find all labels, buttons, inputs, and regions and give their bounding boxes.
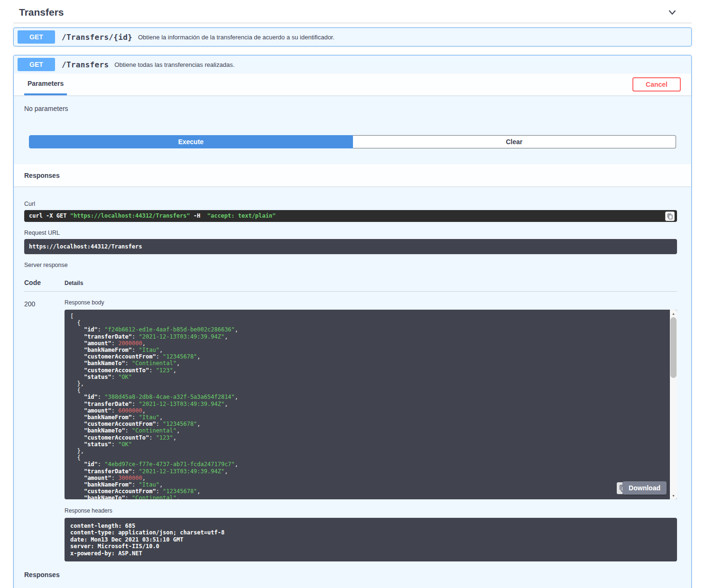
curl-label: Curl <box>24 201 677 207</box>
tab-parameters[interactable]: Parameters <box>24 74 67 95</box>
chevron-down-icon <box>667 7 677 18</box>
scrollbar-thumb[interactable] <box>670 317 677 378</box>
server-response-table-header: Code Details <box>24 271 677 292</box>
responses-footer-title: Responses <box>24 571 677 579</box>
clipboard-icon <box>667 213 673 220</box>
responses-footer-header: Code Description Links <box>24 579 677 588</box>
endpoint-path: /Transfers/{id} <box>55 33 138 42</box>
request-url-label: Request URL <box>24 230 677 236</box>
responses-title: Responses <box>24 172 60 179</box>
parameters-section-header: Parameters Cancel <box>14 74 691 95</box>
responses-section-header: Responses <box>14 164 691 186</box>
opblock-summary-get-transfer-by-id[interactable]: GET /Transfers/{id} Obtiene la informaci… <box>14 28 691 46</box>
opblock-get-transfer-by-id: GET /Transfers/{id} Obtiene la informaci… <box>13 28 692 46</box>
clear-button[interactable]: Clear <box>353 135 677 148</box>
execute-row: Execute Clear <box>14 119 691 164</box>
response-body-scrollbar[interactable]: ▲ ▼ <box>670 310 677 499</box>
cancel-button[interactable]: Cancel <box>632 77 681 92</box>
method-badge-get: GET <box>18 58 55 71</box>
request-url-value: https://localhost:44312/Transfers <box>29 243 142 250</box>
response-body-block: [ { "id": "f24b6612-ed1e-4aaf-b85d-be002… <box>65 310 677 499</box>
curl-command: curl -X GET "https://localhost:44312/Tra… <box>29 212 276 219</box>
server-response-row: 200 Response body [ { "id": "f24b6612-ed… <box>24 292 677 561</box>
download-button[interactable]: Download <box>622 481 667 495</box>
section-collapse-button[interactable] <box>667 7 677 18</box>
request-url-bar: https://localhost:44312/Transfers <box>24 239 677 254</box>
scrollbar-down-arrow-icon[interactable]: ▼ <box>670 492 677 499</box>
section-header-transfers: Transfers <box>13 0 692 23</box>
execute-button[interactable]: Execute <box>29 135 353 148</box>
endpoint-path: /Transfers <box>55 60 114 69</box>
no-parameters-text: No parameters <box>14 95 691 119</box>
response-body-json: [ { "id": "f24b6612-ed1e-4aaf-b85d-be002… <box>65 310 677 499</box>
page-title: Transfers <box>19 7 64 18</box>
opblock-summary-get-transfers[interactable]: GET /Transfers Obtiene todas las transfe… <box>14 55 691 74</box>
copy-curl-button[interactable] <box>665 211 675 221</box>
curl-command-bar: curl -X GET "https://localhost:44312/Tra… <box>24 210 677 222</box>
server-response-label: Server response <box>24 262 677 268</box>
responses-body: Curl curl -X GET "https://localhost:4431… <box>14 186 691 588</box>
response-headers-block: content-length: 685content-type: applica… <box>65 518 677 561</box>
scrollbar-up-arrow-icon[interactable]: ▲ <box>670 310 677 317</box>
status-code: 200 <box>24 299 65 561</box>
response-body-label: Response body <box>65 299 677 306</box>
code-column-header: Code <box>24 279 65 286</box>
details-column-header: Details <box>65 280 677 286</box>
response-details-cell: Response body [ { "id": "f24b6612-ed1e-4… <box>65 299 677 561</box>
method-badge-get: GET <box>18 30 55 44</box>
response-headers-label: Response headers <box>65 507 677 514</box>
endpoint-description: Obtiene la información de la transferenc… <box>138 34 334 41</box>
opblock-get-transfers: GET /Transfers Obtiene todas las transfe… <box>13 55 692 588</box>
endpoint-description: Obtiene todas las transferencias realiza… <box>114 61 234 68</box>
swagger-page: Transfers GET /Transfers/{id} Obtiene la… <box>0 0 705 588</box>
